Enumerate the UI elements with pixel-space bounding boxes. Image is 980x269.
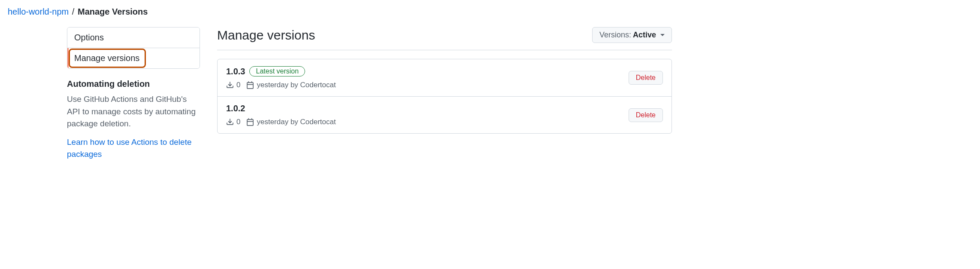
download-icon [226,81,234,89]
published-meta: yesterday by Codertocat [246,81,336,89]
highlight-box [69,49,146,68]
latest-version-badge: Latest version [249,66,305,76]
published-text: yesterday by Codertocat [257,81,336,89]
active-indicator [67,48,69,68]
version-row: 1.0.3 Latest version 0 yesterday by Code… [218,59,671,97]
delete-button[interactable]: Delete [629,108,663,122]
version-row: 1.0.2 0 yesterday by Codertocat [218,97,671,133]
section-title: Automating deletion [67,79,200,89]
nav-item-options[interactable]: Options [67,28,200,48]
version-number: 1.0.3 [226,67,245,76]
published-meta: yesterday by Codertocat [246,118,336,126]
breadcrumb-separator: / [72,7,75,16]
page-title: Manage versions [217,28,315,43]
download-count: 0 [236,118,240,126]
versions-filter-dropdown[interactable]: Versions: Active [592,27,672,43]
sidebar: Options Manage versions Automating delet… [67,27,200,161]
filter-label: Versions: [599,31,631,40]
downloads-meta: 0 [226,81,240,89]
calendar-icon [246,118,254,126]
download-icon [226,118,234,126]
nav-item-label: Manage versions [74,53,139,63]
calendar-icon [246,81,254,89]
version-info: 1.0.2 0 yesterday by Codertocat [226,104,629,126]
version-meta: 0 yesterday by Codertocat [226,118,629,126]
version-list: 1.0.3 Latest version 0 yesterday by Code… [217,59,672,134]
version-number: 1.0.2 [226,104,245,113]
section-description: Use GitHub Actions and GitHub's API to m… [67,93,200,130]
download-count: 0 [236,81,240,89]
delete-button[interactable]: Delete [629,71,663,85]
breadcrumb-current: Manage Versions [78,7,148,16]
chevron-down-icon [660,34,665,36]
breadcrumb-parent-link[interactable]: hello-world-npm [8,7,69,16]
nav-item-manage-versions[interactable]: Manage versions [67,48,200,68]
nav-item-label: Options [74,33,104,42]
learn-actions-link[interactable]: Learn how to use Actions to delete packa… [67,138,191,159]
published-text: yesterday by Codertocat [257,118,336,126]
filter-value: Active [633,31,656,40]
automating-deletion-section: Automating deletion Use GitHub Actions a… [67,79,200,161]
downloads-meta: 0 [226,118,240,126]
main-header: Manage versions Versions: Active [217,27,672,50]
version-meta: 0 yesterday by Codertocat [226,81,629,89]
version-title-row: 1.0.2 [226,104,629,113]
version-info: 1.0.3 Latest version 0 yesterday by Code… [226,66,629,89]
main-content: Manage versions Versions: Active 1.0.3 L… [217,27,672,161]
settings-nav: Options Manage versions [67,27,200,69]
breadcrumb: hello-world-npm / Manage Versions [7,7,973,17]
version-title-row: 1.0.3 Latest version [226,66,629,76]
